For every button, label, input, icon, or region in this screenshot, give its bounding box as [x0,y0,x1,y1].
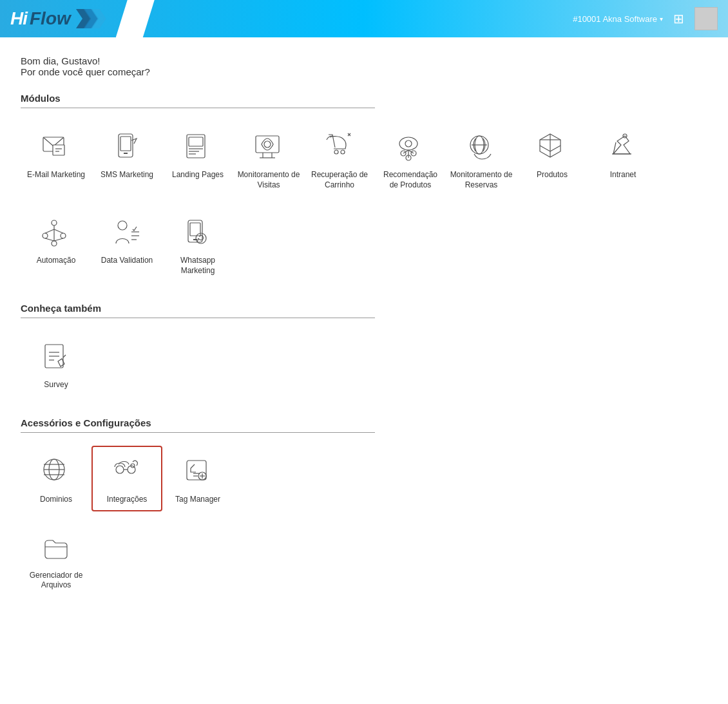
modulos-grid: E-Mail Marketing SMS Marketing Landing P… [21,121,707,282]
acessorios-grid-2: Gerenciador de Arquivos [21,522,707,597]
svg-line-43 [54,229,63,233]
module-landing-pages[interactable]: Landing Pages [162,121,233,196]
module-produtos-label: Produtos [537,170,568,180]
module-survey-label: Survey [44,380,68,390]
dataval-icon [108,213,146,252]
logo-area: Hi Flow [10,0,155,37]
module-monitoramento-visitas-label: Monitoramento de Visitas [237,170,300,190]
module-landing-pages-label: Landing Pages [172,170,224,180]
module-automacao[interactable]: Automação [21,207,91,282]
automation-icon [37,213,75,252]
email-icon [37,128,75,166]
module-tag-manager-label: Tag Manager [175,495,220,505]
logo-arrows [76,7,108,30]
main-content: Bom dia, Gustavo! Por onde você quer com… [0,37,728,636]
header-divider [116,0,155,37]
svg-line-35 [550,146,560,151]
account-label: #10001 Akna Software [573,14,657,24]
svg-point-37 [52,220,57,225]
intranet-icon [604,128,642,166]
svg-point-18 [334,150,338,154]
module-integracoes[interactable]: Integrações [91,446,162,511]
module-recomendacao-produtos-label: Recomendação de Produtos [379,170,442,190]
logo-flow: Flow [30,8,71,29]
module-dominios-label: Dominios [40,495,72,505]
conheca-grid: Survey [21,331,707,397]
files-icon [37,528,75,567]
module-whatsapp-marketing[interactable]: Whatsapp Marketing [162,207,233,282]
reservas-icon [462,128,501,166]
landing-icon [178,128,217,166]
module-recuperacao-carrinho-label: Recuperação de Carrinho [308,170,371,190]
monitor-icon [249,128,288,166]
module-monitoramento-reservas[interactable]: Monitoramento de Reservas [446,121,517,196]
integracoes-icon [108,452,146,491]
svg-point-19 [341,150,345,154]
account-caret-icon: ▾ [660,15,663,23]
whatsapp-icon [178,213,217,252]
avatar[interactable] [694,7,718,30]
greeting-line1: Bom dia, Gustavo! [21,55,707,66]
svg-point-47 [118,221,127,230]
svg-point-39 [61,233,66,238]
section-conheca: Conheça também Survey [21,303,707,397]
module-recuperacao-carrinho[interactable]: Recuperação de Carrinho [304,121,375,196]
module-email-marketing-label: E-Mail Marketing [27,170,85,180]
module-sms-marketing-label: SMS Marketing [101,170,153,180]
sms-icon [108,128,146,166]
section-modulos-title: Módulos [21,93,375,108]
svg-rect-4 [53,145,64,155]
module-monitoramento-visitas[interactable]: Monitoramento de Visitas [233,121,304,196]
tagmanager-icon [178,452,217,491]
svg-line-45 [45,238,54,241]
acessorios-grid: Dominios Integrações Tag Manager [21,446,707,511]
svg-point-38 [43,233,48,238]
svg-point-17 [264,141,271,147]
module-data-validation[interactable]: Data Validation [91,207,162,282]
svg-point-66 [116,466,124,473]
module-sms-marketing[interactable]: SMS Marketing [91,121,162,196]
greeting: Bom dia, Gustavo! Por onde você quer com… [21,55,707,77]
grid-icon[interactable]: ⊞ [673,11,684,26]
svg-rect-69 [187,461,206,480]
svg-point-40 [52,241,57,246]
cart-icon [320,128,359,166]
header-right: #10001 Akna Software ▾ ⊞ [573,7,718,30]
module-automacao-label: Automação [37,256,76,266]
module-gerenciador-arquivos[interactable]: Gerenciador de Arquivos [21,522,91,597]
module-whatsapp-marketing-label: Whatsapp Marketing [166,256,229,276]
module-dominios[interactable]: Dominios [21,446,91,511]
svg-point-20 [399,137,417,150]
domain-icon [37,452,75,491]
products-icon [533,128,571,166]
svg-rect-8 [120,137,131,151]
module-data-validation-label: Data Validation [101,256,153,266]
section-acessorios: Acessórios e Configurações Dominios Inte… [21,417,707,597]
survey-icon [37,338,75,376]
module-gerenciador-arquivos-label: Gerenciador de Arquivos [24,571,88,591]
section-acessorios-title: Acessórios e Configurações [21,417,375,433]
section-modulos: Módulos E-Mail Marketing SMS Marketing [21,93,707,282]
module-integracoes-label: Integrações [107,495,148,505]
svg-line-34 [540,146,550,151]
module-tag-manager[interactable]: Tag Manager [162,446,233,511]
module-survey[interactable]: Survey [21,331,91,397]
svg-point-21 [405,140,412,147]
svg-line-42 [45,229,54,233]
module-intranet-label: Intranet [610,170,637,180]
module-monitoramento-reservas-label: Monitoramento de Reservas [450,170,513,190]
svg-rect-11 [189,137,203,146]
logo-hi: Hi [10,8,27,29]
greeting-line2: Por onde você quer começar? [21,66,707,77]
module-recomendacao-produtos[interactable]: Recomendação de Produtos [375,121,446,196]
svg-line-55 [197,238,198,242]
module-produtos[interactable]: Produtos [517,121,588,196]
module-email-marketing[interactable]: E-Mail Marketing [21,121,91,196]
svg-line-46 [54,238,63,241]
header: Hi Flow #10001 Akna Software ▾ ⊞ [0,0,728,37]
account-selector[interactable]: #10001 Akna Software ▾ [573,14,663,24]
module-intranet[interactable]: Intranet [588,121,658,196]
section-conheca-title: Conheça também [21,303,375,318]
recommend-icon [391,128,430,166]
